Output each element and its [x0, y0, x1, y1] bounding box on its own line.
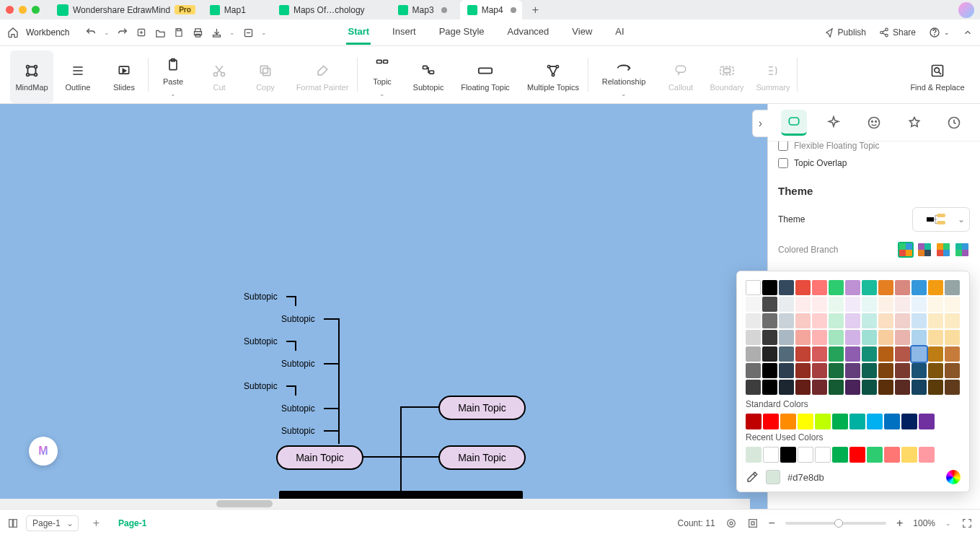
color-swatch[interactable]	[862, 297, 877, 312]
maximize-window[interactable]	[32, 6, 40, 14]
add-page-button[interactable]: +	[93, 517, 100, 530]
color-swatch[interactable]	[812, 313, 827, 328]
color-swatch[interactable]	[812, 330, 827, 345]
import-icon[interactable]	[242, 27, 254, 38]
color-swatch[interactable]	[763, 414, 779, 429]
color-swatch[interactable]	[862, 363, 877, 378]
home-icon[interactable]	[7, 27, 19, 38]
color-swatch[interactable]	[845, 346, 860, 362]
color-swatch[interactable]	[829, 313, 844, 328]
color-swatch[interactable]	[919, 414, 935, 429]
color-swatch[interactable]	[911, 313, 927, 328]
color-swatch[interactable]	[895, 346, 910, 362]
eyedropper-icon[interactable]	[746, 471, 759, 484]
subtopic-node[interactable]: Subtopic	[281, 314, 315, 324]
color-swatch[interactable]	[895, 280, 910, 295]
color-swatch[interactable]	[895, 363, 910, 378]
color-swatch[interactable]	[780, 414, 796, 429]
color-swatch[interactable]	[862, 380, 877, 395]
theme-select[interactable]	[912, 207, 970, 232]
color-swatch[interactable]	[845, 297, 860, 312]
color-swatch[interactable]	[762, 313, 777, 328]
zoom-out-button[interactable]: −	[769, 517, 775, 530]
color-swatch[interactable]	[928, 363, 943, 378]
menu-insert[interactable]: Insert	[391, 20, 418, 45]
subtopic-node[interactable]: Subtopic	[281, 426, 315, 436]
color-swatch[interactable]	[945, 346, 960, 362]
subtopic-node[interactable]: Subtopic	[244, 292, 278, 302]
color-swatch[interactable]	[829, 380, 844, 395]
side-tab-page[interactable]	[781, 110, 807, 136]
color-swatch[interactable]	[746, 280, 761, 295]
color-wheel-icon[interactable]	[946, 470, 961, 484]
color-swatch[interactable]	[829, 363, 844, 378]
user-avatar[interactable]	[958, 2, 974, 18]
topic-overlap-checkbox[interactable]: Topic Overlap	[778, 154, 970, 172]
color-swatch[interactable]	[845, 280, 860, 295]
color-swatch[interactable]	[878, 346, 893, 362]
color-swatch[interactable]	[928, 280, 943, 295]
color-swatch[interactable]	[762, 297, 777, 312]
color-swatch[interactable]	[862, 330, 877, 345]
pages-icon[interactable]	[7, 518, 19, 529]
topic-button[interactable]: Topic⌄	[361, 51, 404, 103]
color-swatch[interactable]	[815, 447, 831, 463]
fullscreen-icon[interactable]	[961, 518, 973, 529]
color-swatch[interactable]	[928, 330, 943, 345]
color-swatch[interactable]	[928, 297, 943, 312]
color-swatch[interactable]	[829, 330, 844, 345]
tab-map3[interactable]: Map3	[391, 0, 453, 19]
side-tab-clipart[interactable]	[901, 110, 927, 136]
color-swatch[interactable]	[911, 297, 927, 312]
color-swatch[interactable]	[862, 346, 877, 362]
mindmap-view-button[interactable]: MindMap	[10, 51, 53, 103]
color-swatch[interactable]	[812, 363, 827, 378]
publish-button[interactable]: Publish	[824, 27, 866, 38]
color-swatch[interactable]	[911, 280, 927, 295]
color-swatch[interactable]	[867, 447, 883, 463]
color-swatch[interactable]	[849, 447, 865, 463]
menu-advanced[interactable]: Advanced	[506, 20, 551, 45]
color-swatch[interactable]	[878, 380, 893, 395]
open-icon[interactable]	[154, 27, 166, 38]
subtopic-button[interactable]: Subtopic	[407, 51, 450, 103]
side-tab-emoji[interactable]	[861, 110, 887, 136]
subtopic-node[interactable]: Subtopic	[281, 359, 315, 369]
color-swatch[interactable]	[895, 330, 910, 345]
color-swatch[interactable]	[878, 280, 893, 295]
export-icon[interactable]	[211, 27, 222, 38]
color-swatch[interactable]	[878, 297, 893, 312]
print-icon[interactable]	[192, 27, 203, 38]
color-swatch[interactable]	[901, 414, 917, 429]
subtopic-node[interactable]: Subtopic	[244, 336, 278, 346]
share-button[interactable]: Share	[879, 27, 916, 38]
color-swatch[interactable]	[928, 380, 943, 395]
color-swatch[interactable]	[845, 380, 860, 395]
summary-button[interactable]: Summary	[751, 51, 795, 103]
color-swatch[interactable]	[812, 280, 827, 295]
subtopic-node[interactable]: Subtopic	[244, 381, 278, 391]
color-swatch[interactable]	[779, 346, 794, 362]
color-swatch[interactable]	[845, 330, 860, 345]
color-swatch[interactable]	[845, 313, 860, 328]
minimize-window[interactable]	[19, 6, 27, 14]
color-swatch[interactable]	[911, 363, 927, 378]
menu-ai[interactable]: AI	[614, 20, 625, 45]
main-topic-node[interactable]: Main Topic	[438, 396, 526, 420]
color-swatch[interactable]	[911, 380, 927, 395]
color-swatch[interactable]	[945, 380, 960, 395]
help-button[interactable]: ⌄	[929, 27, 950, 38]
color-swatch[interactable]	[795, 346, 811, 362]
color-swatch[interactable]	[762, 280, 777, 295]
color-swatch[interactable]	[878, 363, 893, 378]
side-tab-history[interactable]	[941, 110, 967, 136]
boundary-button[interactable]: Boundary	[705, 51, 749, 103]
color-swatch[interactable]	[884, 447, 900, 463]
color-swatch[interactable]	[795, 280, 811, 295]
page-tab[interactable]: Page-1	[118, 518, 146, 528]
color-swatch[interactable]	[779, 313, 794, 328]
color-swatch[interactable]	[815, 414, 831, 429]
relationship-button[interactable]: Relationship⌄	[591, 51, 656, 103]
color-swatch[interactable]	[862, 313, 877, 328]
target-icon[interactable]	[725, 518, 737, 529]
